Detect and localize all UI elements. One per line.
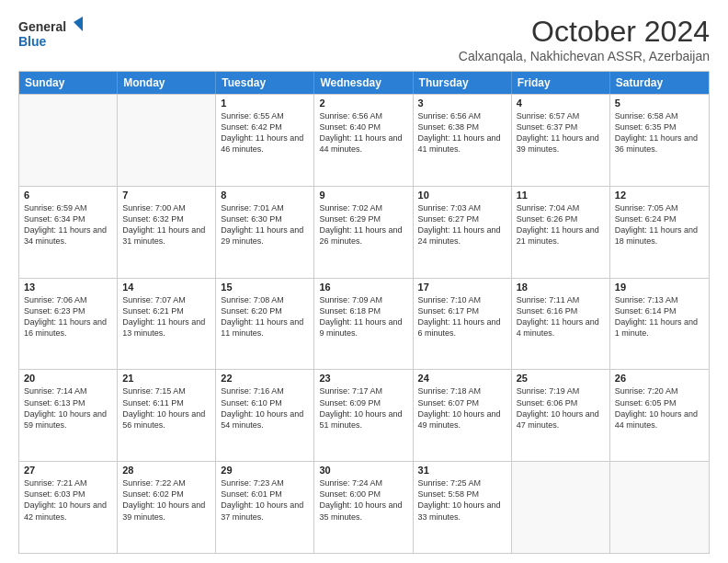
cell-info: Sunrise: 7:21 AMSunset: 6:03 PMDaylight:… (24, 477, 112, 523)
calendar-cell: 16Sunrise: 7:09 AMSunset: 6:18 PMDayligh… (314, 279, 413, 370)
cell-info: Sunrise: 7:19 AMSunset: 6:06 PMDaylight:… (517, 385, 605, 431)
page: General Blue October 2024 Calxanqala, Na… (0, 0, 728, 563)
cell-info: Sunrise: 7:22 AMSunset: 6:02 PMDaylight:… (122, 477, 210, 523)
day-number: 9 (319, 190, 407, 201)
cell-info: Sunrise: 7:24 AMSunset: 6:00 PMDaylight:… (319, 477, 407, 523)
calendar-row-1: 6Sunrise: 6:59 AMSunset: 6:34 PMDaylight… (19, 186, 709, 278)
day-number: 29 (221, 465, 309, 476)
title-block: October 2024 Calxanqala, Nakhichevan ASS… (459, 15, 710, 63)
day-number: 21 (122, 373, 210, 384)
day-number: 27 (24, 465, 112, 476)
calendar-cell: 3Sunrise: 6:56 AMSunset: 6:38 PMDaylight… (414, 95, 512, 186)
cell-info: Sunrise: 6:55 AMSunset: 6:42 PMDaylight:… (221, 110, 309, 155)
calendar-cell: 17Sunrise: 7:10 AMSunset: 6:17 PMDayligh… (414, 279, 512, 370)
header: General Blue October 2024 Calxanqala, Na… (18, 15, 710, 63)
cell-info: Sunrise: 7:07 AMSunset: 6:21 PMDaylight:… (122, 294, 210, 339)
cell-info: Sunrise: 7:18 AMSunset: 6:07 PMDaylight:… (418, 385, 506, 431)
cell-info: Sunrise: 7:14 AMSunset: 6:13 PMDaylight:… (24, 385, 112, 431)
header-cell-tuesday: Tuesday (216, 72, 314, 94)
cell-info: Sunrise: 7:06 AMSunset: 6:23 PMDaylight:… (24, 294, 112, 339)
header-cell-thursday: Thursday (414, 72, 512, 94)
calendar-cell: 8Sunrise: 7:01 AMSunset: 6:30 PMDaylight… (216, 187, 314, 278)
calendar-row-4: 27Sunrise: 7:21 AMSunset: 6:03 PMDayligh… (19, 461, 709, 553)
svg-marker-3 (74, 17, 83, 31)
calendar-cell: 7Sunrise: 7:00 AMSunset: 6:32 PMDaylight… (118, 187, 216, 278)
day-number: 1 (221, 98, 309, 109)
calendar-cell: 4Sunrise: 6:57 AMSunset: 6:37 PMDaylight… (512, 95, 610, 186)
day-number: 17 (418, 282, 506, 293)
day-number: 3 (418, 98, 506, 109)
calendar-cell: 29Sunrise: 7:23 AMSunset: 6:01 PMDayligh… (216, 462, 314, 553)
calendar-cell: 26Sunrise: 7:20 AMSunset: 6:05 PMDayligh… (610, 370, 709, 461)
calendar-row-2: 13Sunrise: 7:06 AMSunset: 6:23 PMDayligh… (19, 278, 709, 370)
calendar-body: 1Sunrise: 6:55 AMSunset: 6:42 PMDaylight… (19, 94, 709, 553)
calendar-cell: 12Sunrise: 7:05 AMSunset: 6:24 PMDayligh… (610, 187, 709, 278)
calendar-cell: 13Sunrise: 7:06 AMSunset: 6:23 PMDayligh… (19, 279, 118, 370)
cell-info: Sunrise: 7:13 AMSunset: 6:14 PMDaylight:… (615, 294, 704, 339)
calendar-row-3: 20Sunrise: 7:14 AMSunset: 6:13 PMDayligh… (19, 369, 709, 461)
cell-info: Sunrise: 7:10 AMSunset: 6:17 PMDaylight:… (418, 294, 506, 339)
day-number: 4 (517, 98, 605, 109)
calendar-cell: 22Sunrise: 7:16 AMSunset: 6:10 PMDayligh… (216, 370, 314, 461)
calendar-cell: 31Sunrise: 7:25 AMSunset: 5:58 PMDayligh… (414, 462, 512, 553)
day-number: 28 (122, 465, 210, 476)
day-number: 31 (418, 465, 506, 476)
cell-info: Sunrise: 7:11 AMSunset: 6:16 PMDaylight:… (517, 294, 605, 339)
cell-info: Sunrise: 7:16 AMSunset: 6:10 PMDaylight:… (221, 385, 309, 431)
calendar-cell: 21Sunrise: 7:15 AMSunset: 6:11 PMDayligh… (118, 370, 216, 461)
calendar-cell: 25Sunrise: 7:19 AMSunset: 6:06 PMDayligh… (512, 370, 610, 461)
calendar-cell: 6Sunrise: 6:59 AMSunset: 6:34 PMDaylight… (19, 187, 118, 278)
day-number: 6 (24, 190, 112, 201)
calendar-cell: 9Sunrise: 7:02 AMSunset: 6:29 PMDaylight… (314, 187, 413, 278)
month-title: October 2024 (459, 15, 710, 49)
day-number: 20 (24, 373, 112, 384)
day-number: 24 (418, 373, 506, 384)
calendar-cell: 1Sunrise: 6:55 AMSunset: 6:42 PMDaylight… (216, 95, 314, 186)
cell-info: Sunrise: 7:17 AMSunset: 6:09 PMDaylight:… (319, 385, 407, 431)
day-number: 8 (221, 190, 309, 201)
cell-info: Sunrise: 7:08 AMSunset: 6:20 PMDaylight:… (221, 294, 309, 339)
calendar-cell: 2Sunrise: 6:56 AMSunset: 6:40 PMDaylight… (314, 95, 413, 186)
cell-info: Sunrise: 7:15 AMSunset: 6:11 PMDaylight:… (122, 385, 210, 431)
cell-info: Sunrise: 6:56 AMSunset: 6:40 PMDaylight:… (319, 110, 407, 155)
calendar-cell (19, 95, 118, 186)
calendar-row-0: 1Sunrise: 6:55 AMSunset: 6:42 PMDaylight… (19, 94, 709, 186)
day-number: 10 (418, 190, 506, 201)
cell-info: Sunrise: 7:25 AMSunset: 5:58 PMDaylight:… (418, 477, 506, 523)
cell-info: Sunrise: 7:04 AMSunset: 6:26 PMDaylight:… (517, 202, 605, 247)
header-cell-saturday: Saturday (610, 72, 709, 94)
day-number: 23 (319, 373, 407, 384)
header-cell-friday: Friday (512, 72, 610, 94)
cell-info: Sunrise: 7:23 AMSunset: 6:01 PMDaylight:… (221, 477, 309, 523)
logo-svg: General Blue (18, 15, 83, 52)
header-cell-sunday: Sunday (19, 72, 118, 94)
header-cell-monday: Monday (118, 72, 216, 94)
day-number: 22 (221, 373, 309, 384)
calendar-cell: 15Sunrise: 7:08 AMSunset: 6:20 PMDayligh… (216, 279, 314, 370)
calendar-cell (118, 95, 216, 186)
calendar-header: SundayMondayTuesdayWednesdayThursdayFrid… (19, 72, 709, 94)
svg-text:Blue: Blue (18, 34, 47, 49)
calendar: SundayMondayTuesdayWednesdayThursdayFrid… (18, 71, 710, 554)
calendar-cell: 18Sunrise: 7:11 AMSunset: 6:16 PMDayligh… (512, 279, 610, 370)
header-cell-wednesday: Wednesday (314, 72, 413, 94)
calendar-cell: 20Sunrise: 7:14 AMSunset: 6:13 PMDayligh… (19, 370, 118, 461)
cell-info: Sunrise: 6:59 AMSunset: 6:34 PMDaylight:… (24, 202, 112, 247)
subtitle: Calxanqala, Nakhichevan ASSR, Azerbaijan (459, 49, 710, 63)
day-number: 18 (517, 282, 605, 293)
calendar-cell: 30Sunrise: 7:24 AMSunset: 6:00 PMDayligh… (314, 462, 413, 553)
cell-info: Sunrise: 7:09 AMSunset: 6:18 PMDaylight:… (319, 294, 407, 339)
day-number: 13 (24, 282, 112, 293)
day-number: 25 (517, 373, 605, 384)
cell-info: Sunrise: 7:03 AMSunset: 6:27 PMDaylight:… (418, 202, 506, 247)
day-number: 5 (615, 98, 704, 109)
cell-info: Sunrise: 7:20 AMSunset: 6:05 PMDaylight:… (615, 385, 704, 431)
cell-info: Sunrise: 6:58 AMSunset: 6:35 PMDaylight:… (615, 110, 704, 155)
logo: General Blue (18, 15, 83, 52)
calendar-cell: 23Sunrise: 7:17 AMSunset: 6:09 PMDayligh… (314, 370, 413, 461)
cell-info: Sunrise: 6:56 AMSunset: 6:38 PMDaylight:… (418, 110, 506, 155)
cell-info: Sunrise: 7:02 AMSunset: 6:29 PMDaylight:… (319, 202, 407, 247)
calendar-cell: 10Sunrise: 7:03 AMSunset: 6:27 PMDayligh… (414, 187, 512, 278)
svg-text:General: General (18, 19, 66, 34)
calendar-cell: 19Sunrise: 7:13 AMSunset: 6:14 PMDayligh… (610, 279, 709, 370)
